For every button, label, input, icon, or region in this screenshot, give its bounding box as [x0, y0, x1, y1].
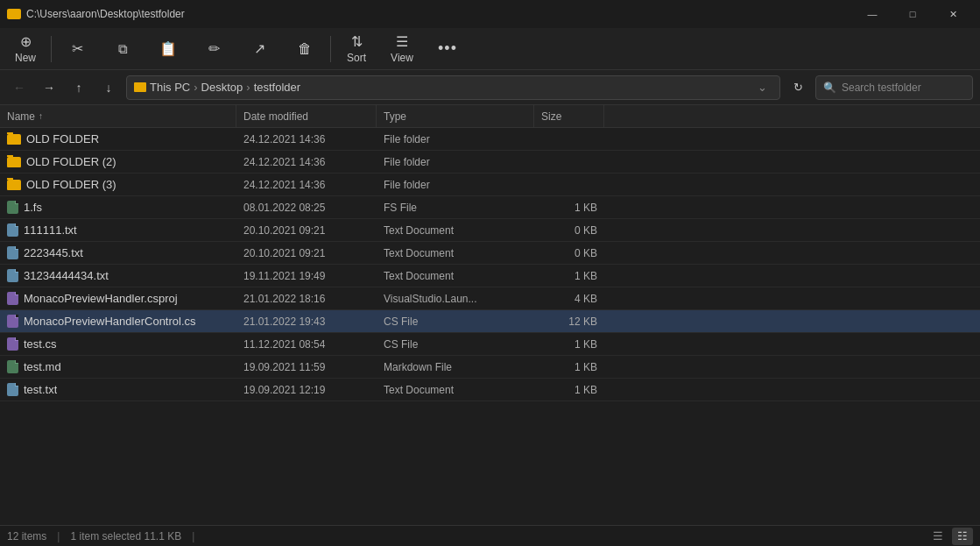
- table-row[interactable]: OLD FOLDER (3)24.12.2021 14:36File folde…: [0, 174, 980, 196]
- forward-button[interactable]: →: [37, 75, 61, 100]
- file-type: CS File: [377, 316, 534, 328]
- file-type: Text Document: [377, 384, 534, 396]
- table-row[interactable]: 31234444434.txt19.11.2021 19:49Text Docu…: [0, 265, 980, 287]
- new-button[interactable]: ⊕ New: [4, 32, 47, 67]
- minimize-button[interactable]: —: [852, 0, 892, 28]
- file-icon: [7, 360, 18, 373]
- address-dropdown-button[interactable]: ⌄: [751, 77, 772, 98]
- list-view-button[interactable]: ☰: [927, 528, 948, 545]
- file-name-cell: OLD FOLDER (2): [0, 155, 236, 168]
- file-date: 08.01.2022 08:25: [236, 202, 377, 214]
- file-size: 1 KB: [534, 361, 604, 373]
- file-list-header: Name ↑ Date modified Type Size: [0, 105, 980, 128]
- file-name-text: OLD FOLDER (3): [26, 178, 116, 191]
- file-items-container: OLD FOLDER24.12.2021 14:36File folderOLD…: [0, 128, 980, 401]
- file-icon: [7, 134, 21, 145]
- search-icon: 🔍: [823, 82, 836, 94]
- file-name-cell: OLD FOLDER (3): [0, 178, 236, 191]
- more-icon: •••: [438, 39, 457, 58]
- file-icon: [7, 246, 18, 259]
- paste-button[interactable]: 📋: [146, 32, 190, 67]
- back-button[interactable]: ←: [7, 75, 32, 100]
- share-icon: ↗: [254, 40, 265, 57]
- file-icon: [7, 157, 21, 167]
- file-name-cell: test.md: [0, 360, 236, 373]
- table-row[interactable]: OLD FOLDER24.12.2021 14:36File folder: [0, 128, 980, 151]
- breadcrumb-desktop[interactable]: Desktop: [201, 81, 243, 94]
- file-date: 20.10.2021 09:21: [236, 247, 377, 259]
- table-row[interactable]: test.md19.09.2021 11:59Markdown File1 KB: [0, 356, 980, 379]
- cut-icon: ✂: [72, 40, 83, 57]
- cut-button[interactable]: ✂: [55, 32, 99, 67]
- breadcrumb-thispc[interactable]: This PC: [150, 81, 190, 94]
- col-header-size[interactable]: Size: [534, 105, 604, 127]
- close-button[interactable]: ✕: [933, 0, 973, 28]
- breadcrumb-testfolder[interactable]: testfolder: [254, 81, 300, 94]
- copy-button[interactable]: ⧉: [101, 32, 145, 67]
- sort-arrow-name: ↑: [39, 111, 43, 121]
- file-type: Text Document: [377, 224, 534, 237]
- status-right: ☰ ☷: [927, 528, 973, 545]
- view-icon: ☰: [396, 33, 408, 50]
- sort-label: Sort: [347, 52, 366, 64]
- file-size: 0 KB: [534, 224, 604, 237]
- file-name-cell: 111111.txt: [0, 223, 236, 237]
- sort-button[interactable]: ⇅ Sort: [335, 32, 378, 67]
- title-bar-left: C:\Users\aaron\Desktop\testfolder: [7, 8, 185, 20]
- file-name-cell: 2223445.txt: [0, 246, 236, 259]
- file-date: 11.12.2021 08:54: [236, 338, 377, 351]
- col-header-type[interactable]: Type: [377, 105, 534, 127]
- status-sep-2: |: [192, 530, 194, 542]
- file-type: File folder: [377, 179, 534, 191]
- address-bar[interactable]: This PC › Desktop › testfolder ⌄: [126, 75, 780, 100]
- file-name-text: 1.fs: [24, 201, 42, 214]
- table-row[interactable]: MonacoPreviewHandler.csproj21.01.2022 18…: [0, 287, 980, 310]
- file-size: 12 KB: [534, 316, 604, 328]
- file-name-cell: 1.fs: [0, 201, 236, 214]
- rename-icon: ✏: [208, 40, 220, 57]
- title-folder-icon: [7, 9, 21, 19]
- table-row[interactable]: test.cs11.12.2021 08:54CS File1 KB: [0, 333, 980, 356]
- up-button[interactable]: ↑: [67, 75, 91, 100]
- rename-button[interactable]: ✏: [192, 32, 236, 67]
- file-name-text: MonacoPreviewHandler.csproj: [24, 292, 178, 305]
- file-size: 1 KB: [534, 270, 604, 282]
- file-type: VisualStudio.Laun...: [377, 293, 534, 305]
- table-row[interactable]: 111111.txt20.10.2021 09:21Text Document0…: [0, 219, 980, 242]
- col-header-name[interactable]: Name ↑: [0, 105, 236, 127]
- view-button[interactable]: ☰ View: [380, 32, 424, 67]
- table-row[interactable]: 2223445.txt20.10.2021 09:21Text Document…: [0, 242, 980, 265]
- col-header-date[interactable]: Date modified: [236, 105, 377, 127]
- file-size: 1 KB: [534, 384, 604, 396]
- refresh-button[interactable]: ↻: [786, 75, 810, 100]
- down-button[interactable]: ↓: [96, 75, 121, 100]
- table-row[interactable]: test.txt19.09.2021 12:19Text Document1 K…: [0, 379, 980, 401]
- file-date: 24.12.2021 14:36: [236, 179, 377, 191]
- share-button[interactable]: ↗: [237, 32, 281, 67]
- title-bar: C:\Users\aaron\Desktop\testfolder — □ ✕: [0, 0, 980, 28]
- file-size: 1 KB: [534, 202, 604, 214]
- address-folder-icon: [134, 82, 146, 92]
- maximize-button[interactable]: □: [892, 0, 933, 28]
- title-bar-controls: — □ ✕: [852, 0, 973, 28]
- new-label: New: [15, 52, 36, 64]
- delete-button[interactable]: 🗑: [283, 32, 327, 67]
- file-type: Text Document: [377, 247, 534, 259]
- breadcrumb: This PC › Desktop › testfolder: [150, 81, 748, 94]
- table-row[interactable]: MonacoPreviewHandlerControl.cs21.01.2022…: [0, 310, 980, 333]
- file-type: File folder: [377, 156, 534, 168]
- file-icon: [7, 337, 18, 351]
- table-row[interactable]: 1.fs08.01.2022 08:25FS File1 KB: [0, 196, 980, 219]
- file-date: 21.01.2022 19:43: [236, 316, 377, 328]
- file-date: 19.09.2021 12:19: [236, 384, 377, 396]
- more-button[interactable]: •••: [426, 32, 469, 67]
- file-name-cell: test.cs: [0, 337, 236, 351]
- details-view-button[interactable]: ☷: [952, 528, 973, 545]
- file-list-container[interactable]: Name ↑ Date modified Type Size OLD FOLDE…: [0, 105, 980, 525]
- file-icon: [7, 269, 18, 282]
- table-row[interactable]: OLD FOLDER (2)24.12.2021 14:36File folde…: [0, 151, 980, 174]
- paste-icon: 📋: [159, 40, 177, 57]
- search-box[interactable]: 🔍 Search testfolder: [815, 75, 973, 100]
- toolbar: ⊕ New ✂ ⧉ 📋 ✏ ↗ 🗑 ⇅ Sort ☰ View •••: [0, 28, 980, 70]
- file-icon: [7, 201, 18, 214]
